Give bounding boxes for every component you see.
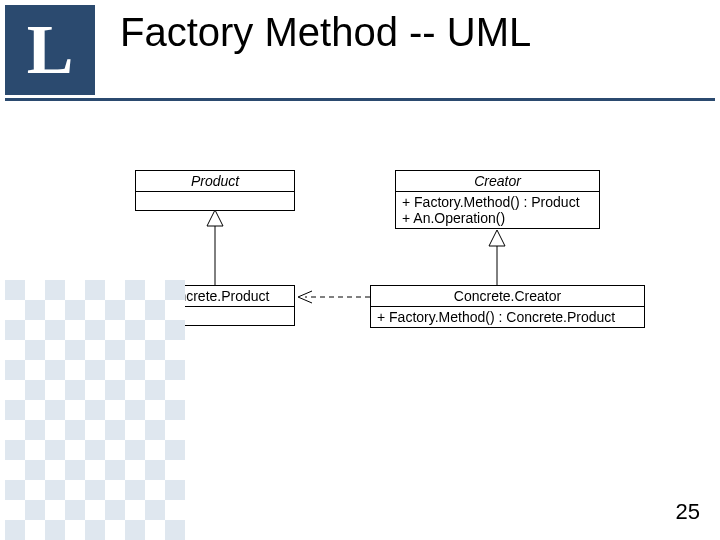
uml-class-body: [136, 192, 294, 210]
uml-class-body: + Factory.Method() : Concrete.Product: [371, 307, 644, 327]
uml-class-name: Concrete.Creator: [371, 286, 644, 307]
svg-marker-3: [489, 230, 505, 246]
checker-decoration: [5, 280, 185, 540]
uml-operation: + Factory.Method() : Product: [402, 194, 593, 210]
uml-class-concrete-creator: Concrete.Creator + Factory.Method() : Co…: [370, 285, 645, 328]
page-number: 25: [676, 499, 700, 525]
uml-class-name: Product: [136, 171, 294, 192]
logo-badge: L: [5, 5, 95, 95]
title-divider: [5, 98, 715, 101]
uml-operation: + An.Operation(): [402, 210, 593, 226]
uml-class-name: Creator: [396, 171, 599, 192]
uml-class-body: + Factory.Method() : Product + An.Operat…: [396, 192, 599, 228]
uml-class-product: Product: [135, 170, 295, 211]
svg-marker-1: [207, 210, 223, 226]
slide-title: Factory Method -- UML: [120, 10, 531, 55]
uml-operation: + Factory.Method() : Concrete.Product: [377, 309, 638, 325]
logo-letter: L: [27, 10, 74, 90]
uml-class-creator: Creator + Factory.Method() : Product + A…: [395, 170, 600, 229]
